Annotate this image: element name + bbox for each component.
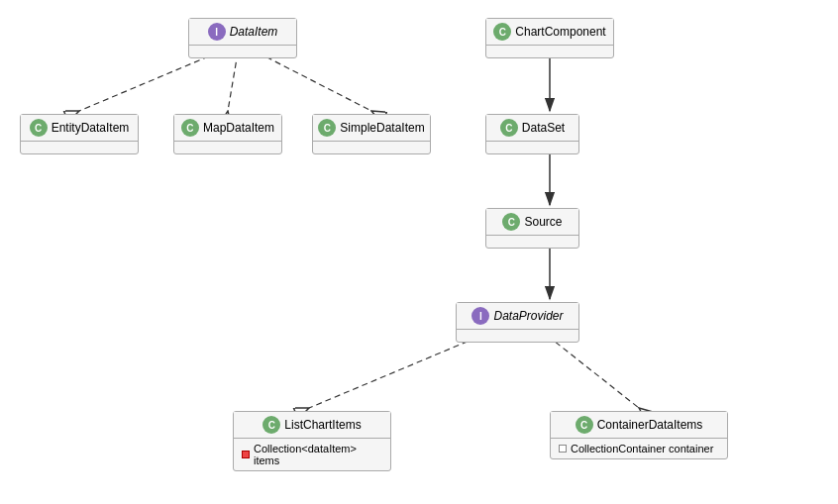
label-dataset: DataSet: [522, 121, 565, 135]
box-entitydataitem-header: C EntityDataItem: [21, 115, 138, 142]
box-simpledataitem-header: C SimpleDataItem: [313, 115, 430, 142]
box-dataprovider-body: [457, 330, 578, 342]
svg-line-5: [79, 52, 218, 111]
box-dataset-header: C DataSet: [486, 115, 578, 142]
box-simpledataitem-body: [313, 142, 430, 153]
box-chartcomponent: C ChartComponent: [485, 18, 614, 58]
box-entitydataitem: C EntityDataItem: [20, 114, 139, 154]
box-dataitem-body: [189, 46, 296, 57]
box-chartcomponent-header: C ChartComponent: [486, 19, 613, 46]
box-source-body: [486, 236, 578, 248]
box-containerdataitems-header: C ContainerDataItems: [551, 412, 727, 439]
label-listchartitems: ListChartItems: [284, 418, 361, 432]
badge-dataset: C: [500, 119, 518, 137]
badge-listchartitems: C: [262, 416, 280, 434]
box-simpledataitem: C SimpleDataItem: [312, 114, 431, 154]
field-container: CollectionContainer container: [559, 441, 719, 456]
field-icon-items: [242, 451, 250, 458]
label-dataprovider: DataProvider: [493, 309, 563, 323]
svg-line-6: [228, 52, 238, 111]
badge-dataprovider: I: [471, 307, 489, 325]
field-container-text: CollectionContainer container: [571, 443, 713, 454]
label-dataitem: DataItem: [230, 25, 278, 39]
box-dataset-body: [486, 142, 578, 153]
label-source: Source: [524, 215, 562, 229]
field-icon-container: [559, 445, 567, 453]
badge-containerdataitems: C: [576, 416, 593, 434]
box-dataprovider-header: I DataProvider: [457, 303, 578, 330]
box-listchartitems-header: C ListChartItems: [234, 412, 390, 439]
field-items-text: Collection<dataItem> items: [254, 443, 382, 466]
box-dataitem: I DataItem: [188, 18, 297, 58]
box-chartcomponent-body: [486, 46, 613, 57]
box-listchartitems-body: Collection<dataItem> items: [234, 439, 390, 470]
box-source-header: C Source: [486, 209, 578, 236]
box-source: C Source: [485, 208, 579, 249]
box-mapdataitem-header: C MapDataItem: [174, 115, 281, 142]
box-mapdataitem-body: [174, 142, 281, 153]
box-dataitem-header: I DataItem: [189, 19, 296, 46]
box-containerdataitems-body: CollectionContainer container: [551, 439, 727, 458]
box-listchartitems: C ListChartItems Collection<dataItem> it…: [233, 411, 391, 471]
badge-entitydataitem: C: [30, 119, 48, 137]
box-dataset: C DataSet: [485, 114, 579, 154]
badge-mapdataitem: C: [181, 119, 199, 137]
badge-source: C: [502, 213, 520, 231]
label-mapdataitem: MapDataItem: [203, 121, 274, 135]
box-dataprovider: I DataProvider: [456, 302, 579, 343]
box-entitydataitem-body: [21, 142, 138, 153]
label-simpledataitem: SimpleDataItem: [340, 121, 424, 135]
badge-chartcomponent: C: [493, 23, 511, 41]
label-entitydataitem: EntityDataItem: [52, 121, 130, 135]
box-containerdataitems: C ContainerDataItems CollectionContainer…: [550, 411, 728, 459]
field-items: Collection<dataItem> items: [242, 441, 382, 468]
badge-dataitem: I: [208, 23, 226, 41]
label-chartcomponent: ChartComponent: [515, 25, 605, 39]
label-containerdataitems: ContainerDataItems: [597, 418, 703, 432]
badge-simpledataitem: C: [318, 119, 336, 137]
diagram-container: I DataItem C ChartComponent C EntityData…: [0, 0, 838, 504]
box-mapdataitem: C MapDataItem: [173, 114, 282, 154]
svg-line-7: [258, 52, 371, 111]
